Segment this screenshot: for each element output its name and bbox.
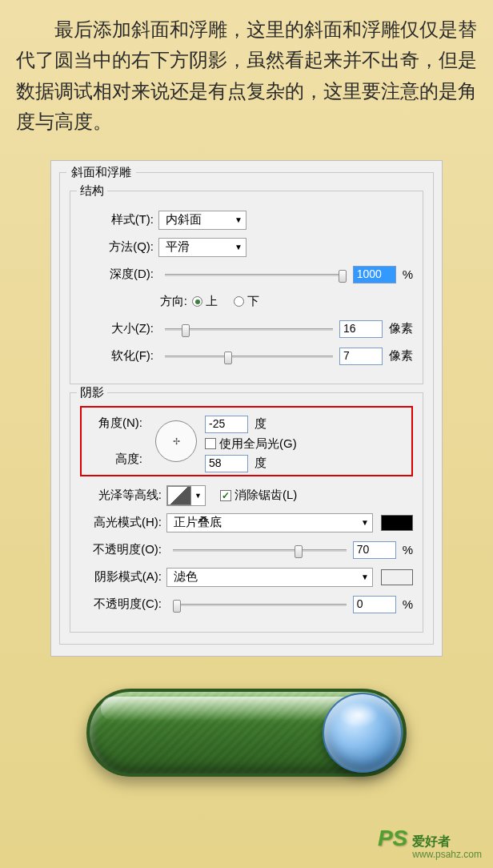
chevron-down-icon: ▼ [234,243,242,251]
watermark-cn: 爱好者 [412,834,482,850]
altitude-label: 高度: [90,452,147,467]
highlight-opacity-label: 不透明度(O): [80,542,166,557]
altitude-unit: 度 [255,456,267,471]
highlighted-region: 角度(N): 高度: ✢ -25 度 使用全局光(G) [80,406,413,476]
antialias-checkbox[interactable] [220,490,231,501]
soften-label: 软化(F): [80,348,158,364]
direction-up-radio[interactable] [192,296,202,307]
shadow-mode-label: 阴影模式(A): [80,569,166,585]
shadow-color-swatch[interactable] [381,569,413,585]
method-value: 平滑 [166,239,190,255]
altitude-input[interactable]: 58 [205,455,248,472]
structure-title: 结构 [77,183,107,199]
shadow-opacity-unit: % [403,597,413,611]
structure-group: 结构 样式(T): 内斜面 ▼ 方法(Q): 平滑 ▼ 深度(D): [70,191,423,384]
gloss-contour-label: 光泽等高线: [80,488,166,503]
highlight-opacity-input[interactable]: 70 [353,541,396,559]
highlight-color-swatch[interactable] [381,515,413,531]
direction-down-label: 下 [247,294,259,309]
shadow-opacity-input[interactable]: 0 [353,596,396,613]
chevron-down-icon: ▼ [194,492,202,500]
global-light-label: 使用全局光(G) [219,436,297,452]
toggle-knob [323,693,403,773]
soften-input[interactable]: 7 [339,348,383,365]
bevel-emboss-dialog: 斜面和浮雕 结构 样式(T): 内斜面 ▼ 方法(Q): 平滑 ▼ 深度(D): [50,160,443,657]
depth-unit: % [403,267,413,281]
angle-unit: 度 [255,416,267,432]
watermark-url: www.psahz.com [412,849,482,860]
style-combo[interactable]: 内斜面 ▼ [158,211,246,230]
watermark: PS 爱好者 www.psahz.com [378,826,482,860]
watermark-logo: PS [378,826,407,851]
shadow-mode-combo[interactable]: 滤色 ▼ [166,568,373,587]
size-unit: 像素 [389,321,413,336]
intro-paragraph: 最后添加斜面和浮雕，这里的斜面和浮雕仅仅是替代了圆当中的右下方阴影，虽然看起来并… [0,0,493,146]
size-input[interactable]: 16 [339,320,383,338]
angle-dial[interactable]: ✢ [155,420,197,462]
antialias-label: 消除锯齿(L) [234,488,297,503]
depth-label: 深度(D): [80,267,158,282]
crosshair-icon: ✢ [173,436,180,446]
gloss-contour-picker[interactable]: ▼ [166,485,206,506]
toggle-switch-result [86,689,407,777]
global-light-checkbox[interactable] [205,438,216,449]
direction-up-label: 上 [206,294,218,309]
soften-unit: 像素 [389,348,413,364]
angle-input[interactable]: -25 [205,416,248,433]
depth-input[interactable]: 1000 [353,266,396,283]
highlight-opacity-unit: % [403,543,413,557]
direction-label: 方向: [80,294,192,309]
depth-slider[interactable] [165,267,347,283]
highlight-mode-label: 高光模式(H): [80,515,166,530]
shadow-mode-value: 滤色 [174,569,198,585]
highlight-opacity-slider[interactable] [173,542,347,558]
method-label: 方法(Q): [80,239,158,255]
method-combo[interactable]: 平滑 ▼ [158,238,246,257]
chevron-down-icon: ▼ [234,215,242,224]
contour-thumbnail [167,486,191,505]
shadow-group: 阴影 角度(N): 高度: ✢ -25 度 [70,392,423,633]
size-slider[interactable] [165,321,333,337]
panel-title: 斜面和浮雕 [66,165,136,180]
shadow-opacity-slider[interactable] [173,597,347,613]
style-label: 样式(T): [80,212,158,227]
highlight-mode-combo[interactable]: 正片叠底 ▼ [166,513,373,532]
highlight-mode-value: 正片叠底 [174,515,222,530]
chevron-down-icon: ▼ [361,573,369,581]
shadow-title: 阴影 [77,385,107,400]
style-value: 内斜面 [166,212,202,227]
angle-label: 角度(N): [90,416,147,431]
bevel-emboss-fieldset: 斜面和浮雕 结构 样式(T): 内斜面 ▼ 方法(Q): 平滑 ▼ 深度(D): [59,172,434,645]
direction-down-radio[interactable] [234,296,244,307]
size-label: 大小(Z): [80,321,158,336]
shadow-opacity-label: 不透明度(C): [80,597,166,612]
soften-slider[interactable] [165,348,333,364]
chevron-down-icon: ▼ [361,518,369,527]
